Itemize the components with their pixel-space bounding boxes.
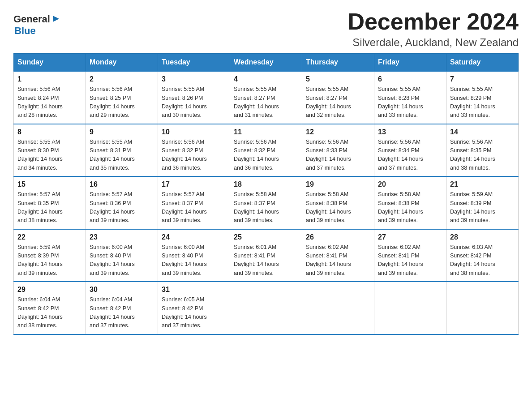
calendar-cell: 20Sunrise: 5:58 AMSunset: 8:38 PMDayligh… [374, 176, 446, 229]
calendar-cell: 18Sunrise: 5:58 AMSunset: 8:37 PMDayligh… [230, 176, 302, 229]
day-info: Sunrise: 6:03 AMSunset: 8:42 PMDaylight:… [450, 243, 515, 278]
day-info: Sunrise: 5:58 AMSunset: 8:37 PMDaylight:… [234, 190, 298, 225]
day-info: Sunrise: 5:56 AMSunset: 8:33 PMDaylight:… [306, 138, 370, 173]
day-number: 31 [162, 286, 226, 294]
day-number: 1 [17, 75, 82, 83]
day-info: Sunrise: 6:04 AMSunset: 8:42 PMDaylight:… [17, 295, 82, 330]
day-info: Sunrise: 6:01 AMSunset: 8:41 PMDaylight:… [234, 243, 298, 278]
calendar-cell: 2Sunrise: 5:56 AMSunset: 8:25 PMDaylight… [86, 71, 158, 124]
day-number: 27 [378, 233, 442, 241]
day-number: 17 [162, 180, 226, 188]
day-info: Sunrise: 5:59 AMSunset: 8:39 PMDaylight:… [450, 190, 515, 225]
day-info: Sunrise: 5:56 AMSunset: 8:25 PMDaylight:… [90, 85, 154, 120]
day-info: Sunrise: 6:02 AMSunset: 8:41 PMDaylight:… [378, 243, 442, 278]
calendar-cell [374, 282, 446, 334]
day-info: Sunrise: 5:55 AMSunset: 8:28 PMDaylight:… [378, 85, 442, 120]
calendar-cell: 12Sunrise: 5:56 AMSunset: 8:33 PMDayligh… [302, 124, 374, 177]
day-info: Sunrise: 5:56 AMSunset: 8:24 PMDaylight:… [17, 85, 82, 120]
day-number: 11 [234, 128, 298, 136]
calendar-cell: 24Sunrise: 6:00 AMSunset: 8:40 PMDayligh… [158, 229, 230, 282]
week-row-2: 8Sunrise: 5:55 AMSunset: 8:30 PMDaylight… [14, 124, 519, 177]
day-number: 25 [234, 233, 298, 241]
day-number: 9 [90, 128, 154, 136]
col-header-wednesday: Wednesday [230, 54, 302, 72]
calendar-cell: 10Sunrise: 5:56 AMSunset: 8:32 PMDayligh… [158, 124, 230, 177]
svg-marker-0 [53, 16, 59, 22]
day-number: 8 [17, 128, 82, 136]
calendar-cell: 26Sunrise: 6:02 AMSunset: 8:41 PMDayligh… [302, 229, 374, 282]
calendar-cell: 27Sunrise: 6:02 AMSunset: 8:41 PMDayligh… [374, 229, 446, 282]
calendar-cell: 6Sunrise: 5:55 AMSunset: 8:28 PMDaylight… [374, 71, 446, 124]
day-info: Sunrise: 6:00 AMSunset: 8:40 PMDaylight:… [90, 243, 154, 278]
calendar-header-row: SundayMondayTuesdayWednesdayThursdayFrid… [14, 54, 519, 72]
calendar-cell [446, 282, 519, 334]
calendar-cell: 11Sunrise: 5:56 AMSunset: 8:32 PMDayligh… [230, 124, 302, 177]
day-info: Sunrise: 6:02 AMSunset: 8:41 PMDaylight:… [306, 243, 370, 278]
calendar-cell: 29Sunrise: 6:04 AMSunset: 8:42 PMDayligh… [14, 282, 86, 334]
day-info: Sunrise: 5:55 AMSunset: 8:31 PMDaylight:… [90, 138, 154, 173]
logo-text-general: General [13, 13, 50, 25]
day-info: Sunrise: 6:05 AMSunset: 8:42 PMDaylight:… [162, 295, 226, 330]
page-header: General Blue December 2024 Silverdale, A… [13, 9, 519, 49]
calendar-table: SundayMondayTuesdayWednesdayThursdayFrid… [13, 53, 519, 335]
logo: General Blue [13, 13, 61, 37]
week-row-4: 22Sunrise: 5:59 AMSunset: 8:39 PMDayligh… [14, 229, 519, 282]
calendar-cell: 1Sunrise: 5:56 AMSunset: 8:24 PMDaylight… [14, 71, 86, 124]
calendar-cell [302, 282, 374, 334]
col-header-thursday: Thursday [302, 54, 374, 72]
col-header-monday: Monday [86, 54, 158, 72]
day-info: Sunrise: 6:00 AMSunset: 8:40 PMDaylight:… [162, 243, 226, 278]
calendar-cell: 19Sunrise: 5:58 AMSunset: 8:38 PMDayligh… [302, 176, 374, 229]
day-number: 22 [17, 233, 82, 241]
day-info: Sunrise: 6:04 AMSunset: 8:42 PMDaylight:… [90, 295, 154, 330]
day-number: 13 [378, 128, 442, 136]
col-header-sunday: Sunday [14, 54, 86, 72]
day-number: 18 [234, 180, 298, 188]
day-info: Sunrise: 5:56 AMSunset: 8:32 PMDaylight:… [234, 138, 298, 173]
day-number: 21 [450, 180, 515, 188]
day-info: Sunrise: 5:55 AMSunset: 8:27 PMDaylight:… [234, 85, 298, 120]
day-number: 29 [17, 286, 82, 294]
day-number: 19 [306, 180, 370, 188]
day-info: Sunrise: 5:59 AMSunset: 8:39 PMDaylight:… [17, 243, 82, 278]
logo-wordmark: General Blue [13, 13, 61, 37]
day-number: 23 [90, 233, 154, 241]
calendar-cell: 14Sunrise: 5:56 AMSunset: 8:35 PMDayligh… [446, 124, 519, 177]
day-info: Sunrise: 5:56 AMSunset: 8:34 PMDaylight:… [378, 138, 442, 173]
day-number: 3 [162, 75, 226, 83]
calendar-cell: 30Sunrise: 6:04 AMSunset: 8:42 PMDayligh… [86, 282, 158, 334]
calendar-cell: 3Sunrise: 5:55 AMSunset: 8:26 PMDaylight… [158, 71, 230, 124]
col-header-tuesday: Tuesday [158, 54, 230, 72]
calendar-cell: 31Sunrise: 6:05 AMSunset: 8:42 PMDayligh… [158, 282, 230, 334]
day-number: 12 [306, 128, 370, 136]
day-number: 30 [90, 286, 154, 294]
week-row-3: 15Sunrise: 5:57 AMSunset: 8:35 PMDayligh… [14, 176, 519, 229]
calendar-cell: 25Sunrise: 6:01 AMSunset: 8:41 PMDayligh… [230, 229, 302, 282]
day-number: 16 [90, 180, 154, 188]
day-number: 7 [450, 75, 515, 83]
day-number: 4 [234, 75, 298, 83]
week-row-5: 29Sunrise: 6:04 AMSunset: 8:42 PMDayligh… [14, 282, 519, 334]
logo-text-blue: Blue [14, 25, 36, 37]
day-number: 26 [306, 233, 370, 241]
col-header-friday: Friday [374, 54, 446, 72]
day-info: Sunrise: 5:56 AMSunset: 8:35 PMDaylight:… [450, 138, 515, 173]
day-info: Sunrise: 5:55 AMSunset: 8:30 PMDaylight:… [17, 138, 82, 173]
calendar-title: December 2024 [348, 9, 519, 34]
calendar-cell: 22Sunrise: 5:59 AMSunset: 8:39 PMDayligh… [14, 229, 86, 282]
calendar-cell: 21Sunrise: 5:59 AMSunset: 8:39 PMDayligh… [446, 176, 519, 229]
calendar-cell: 8Sunrise: 5:55 AMSunset: 8:30 PMDaylight… [14, 124, 86, 177]
day-info: Sunrise: 5:58 AMSunset: 8:38 PMDaylight:… [306, 190, 370, 225]
day-number: 15 [17, 180, 82, 188]
day-info: Sunrise: 5:57 AMSunset: 8:36 PMDaylight:… [90, 190, 154, 225]
logo-triangle-icon [51, 14, 61, 24]
day-info: Sunrise: 5:57 AMSunset: 8:35 PMDaylight:… [17, 190, 82, 225]
calendar-cell: 15Sunrise: 5:57 AMSunset: 8:35 PMDayligh… [14, 176, 86, 229]
day-number: 14 [450, 128, 515, 136]
calendar-cell: 7Sunrise: 5:55 AMSunset: 8:29 PMDaylight… [446, 71, 519, 124]
calendar-cell: 9Sunrise: 5:55 AMSunset: 8:31 PMDaylight… [86, 124, 158, 177]
calendar-cell: 28Sunrise: 6:03 AMSunset: 8:42 PMDayligh… [446, 229, 519, 282]
day-info: Sunrise: 5:55 AMSunset: 8:29 PMDaylight:… [450, 85, 515, 120]
calendar-title-section: December 2024 Silverdale, Auckland, New … [348, 9, 519, 49]
calendar-cell: 16Sunrise: 5:57 AMSunset: 8:36 PMDayligh… [86, 176, 158, 229]
